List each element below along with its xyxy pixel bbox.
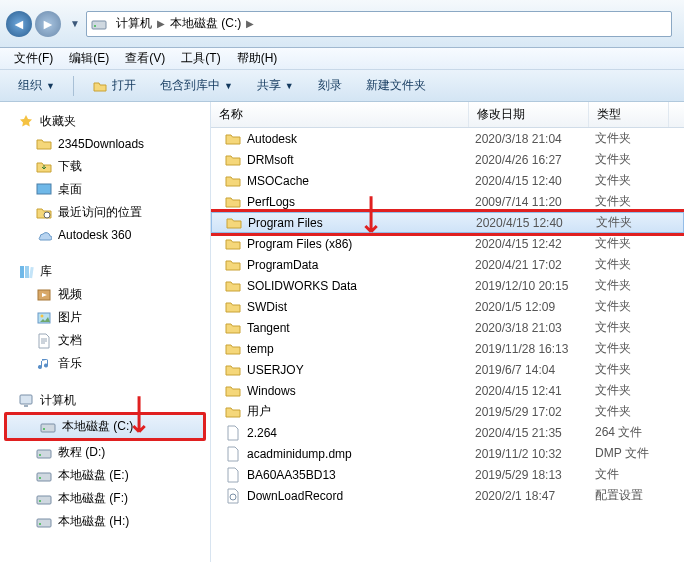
file-row[interactable]: ProgramData2020/4/21 17:02文件夹	[211, 254, 684, 275]
menu-help[interactable]: 帮助(H)	[229, 48, 286, 69]
file-row[interactable]: Windows2020/4/15 12:41文件夹	[211, 380, 684, 401]
file-row[interactable]: Autodesk2020/3/18 21:04文件夹	[211, 128, 684, 149]
file-icon	[225, 467, 241, 483]
cloud-icon	[36, 227, 52, 243]
sidebar-item[interactable]: 音乐	[0, 352, 210, 375]
folder-icon	[225, 131, 241, 147]
sidebar-item-label: 最近访问的位置	[58, 204, 142, 221]
drive-icon	[40, 419, 56, 435]
sidebar-item-label: 本地磁盘 (H:)	[58, 513, 129, 530]
sidebar-item[interactable]: 2345Downloads	[0, 133, 210, 155]
sidebar-item[interactable]: 最近访问的位置	[0, 201, 210, 224]
sidebar-favorites[interactable]: 收藏夹	[0, 110, 210, 133]
sidebar-item[interactable]: 文档	[0, 329, 210, 352]
drive-icon	[36, 491, 52, 507]
file-row[interactable]: SWDist2020/1/5 12:09文件夹	[211, 296, 684, 317]
file-type: 文件	[589, 466, 669, 483]
file-type: 文件夹	[589, 130, 669, 147]
sidebar-drive-item[interactable]: 本地磁盘 (H:)	[0, 510, 210, 533]
file-type: 文件夹	[589, 151, 669, 168]
file-name: acadminidump.dmp	[247, 447, 352, 461]
file-name: Program Files (x86)	[247, 237, 352, 251]
folder-icon	[225, 362, 241, 378]
menu-tools[interactable]: 工具(T)	[173, 48, 228, 69]
sidebar-item-label: 桌面	[58, 181, 82, 198]
column-date[interactable]: 修改日期	[469, 102, 589, 127]
file-row[interactable]: 用户2019/5/29 17:02文件夹	[211, 401, 684, 422]
file-name: temp	[247, 342, 274, 356]
breadcrumb-drive[interactable]: 本地磁盘 (C:)	[167, 13, 244, 34]
folder-icon	[225, 257, 241, 273]
toolbar-burn[interactable]: 刻录	[308, 73, 352, 98]
breadcrumb-root[interactable]: 计算机	[113, 13, 155, 34]
sidebar-item[interactable]: 下载	[0, 155, 210, 178]
toolbar-include[interactable]: 包含到库中 ▼	[150, 73, 243, 98]
file-date: 2020/4/15 12:42	[469, 237, 589, 251]
menu-view[interactable]: 查看(V)	[117, 48, 173, 69]
file-row[interactable]: USERJOY2019/6/7 14:04文件夹	[211, 359, 684, 380]
forward-button[interactable]: ►	[35, 11, 61, 37]
file-row[interactable]: Tangent2020/3/18 21:03文件夹	[211, 317, 684, 338]
file-row[interactable]: MSOCache2020/4/15 12:40文件夹	[211, 170, 684, 191]
folder-icon	[225, 194, 241, 210]
sidebar-drive-item[interactable]: 本地磁盘 (F:)	[0, 487, 210, 510]
file-date: 2020/3/18 21:03	[469, 321, 589, 335]
file-name: ProgramData	[247, 258, 318, 272]
sidebar-item[interactable]: 视频	[0, 283, 210, 306]
file-row[interactable]: Program Files (x86)2020/4/15 12:42文件夹	[211, 233, 684, 254]
sidebar-item-label: Autodesk 360	[58, 228, 131, 242]
file-row[interactable]: acadminidump.dmp2019/11/2 10:32DMP 文件	[211, 443, 684, 464]
toolbar-newfolder[interactable]: 新建文件夹	[356, 73, 436, 98]
file-row[interactable]: SOLIDWORKS Data2019/12/10 20:15文件夹	[211, 275, 684, 296]
back-button[interactable]: ◄	[6, 11, 32, 37]
titlebar: ◄ ► ▼ 计算机 ▶ 本地磁盘 (C:) ▶	[0, 0, 684, 48]
history-dropdown[interactable]: ▼	[70, 18, 80, 29]
download-icon	[36, 159, 52, 175]
file-name: Autodesk	[247, 132, 297, 146]
file-row[interactable]: DRMsoft2020/4/26 16:27文件夹	[211, 149, 684, 170]
drive-icon	[36, 445, 52, 461]
sidebar-item-label: 本地磁盘 (F:)	[58, 490, 128, 507]
svg-rect-10	[20, 395, 32, 404]
folder-icon	[36, 136, 52, 152]
svg-rect-13	[43, 428, 45, 430]
sidebar-drive-item[interactable]: 教程 (D:)	[0, 441, 210, 464]
settings-icon	[225, 488, 241, 504]
sidebar-libraries[interactable]: 库	[0, 260, 210, 283]
sidebar-item-label: 音乐	[58, 355, 82, 372]
folder-icon	[225, 404, 241, 420]
file-row[interactable]: PerfLogs2009/7/14 11:20文件夹	[211, 191, 684, 212]
address-bar[interactable]: 计算机 ▶ 本地磁盘 (C:) ▶	[86, 11, 672, 37]
toolbar-open[interactable]: 打开	[82, 73, 146, 98]
sidebar-item-label: 本地磁盘 (E:)	[58, 467, 129, 484]
sidebar-drive-item[interactable]: 本地磁盘 (C:)	[4, 412, 206, 441]
sidebar-computer[interactable]: 计算机	[0, 389, 210, 412]
file-name: SWDist	[247, 300, 287, 314]
menu-file[interactable]: 文件(F)	[6, 48, 61, 69]
file-row[interactable]: Program Files2020/4/15 12:40文件夹	[211, 212, 684, 233]
sidebar-item[interactable]: Autodesk 360	[0, 224, 210, 246]
video-icon	[36, 287, 52, 303]
file-icon	[225, 425, 241, 441]
sidebar-drive-item[interactable]: 本地磁盘 (E:)	[0, 464, 210, 487]
file-type: 文件夹	[590, 214, 670, 231]
file-row[interactable]: BA60AA35BD132019/5/29 18:13文件	[211, 464, 684, 485]
column-type[interactable]: 类型	[589, 102, 669, 127]
column-name[interactable]: 名称	[211, 102, 469, 127]
file-row[interactable]: 2.2642020/4/15 21:35264 文件	[211, 422, 684, 443]
file-date: 2019/11/28 16:13	[469, 342, 589, 356]
document-icon	[36, 333, 52, 349]
menu-edit[interactable]: 编辑(E)	[61, 48, 117, 69]
folder-icon	[225, 299, 241, 315]
toolbar-share[interactable]: 共享 ▼	[247, 73, 304, 98]
svg-rect-6	[29, 266, 34, 277]
file-date: 2020/1/5 12:09	[469, 300, 589, 314]
file-row[interactable]: DownLoadRecord2020/2/1 18:47配置设置	[211, 485, 684, 506]
toolbar-organize[interactable]: 组织 ▼	[8, 73, 65, 98]
svg-rect-1	[94, 25, 96, 27]
file-name: DownLoadRecord	[247, 489, 343, 503]
sidebar-item[interactable]: 桌面	[0, 178, 210, 201]
file-row[interactable]: temp2019/11/28 16:13文件夹	[211, 338, 684, 359]
sidebar-item-label: 下载	[58, 158, 82, 175]
sidebar-item[interactable]: 图片	[0, 306, 210, 329]
